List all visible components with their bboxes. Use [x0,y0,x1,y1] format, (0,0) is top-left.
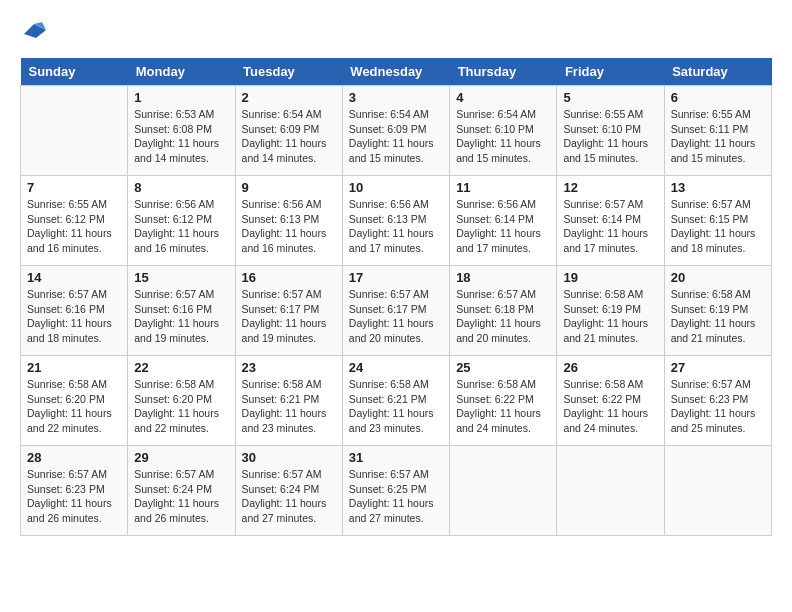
day-number: 25 [456,360,550,375]
weekday-header-friday: Friday [557,58,664,86]
day-info: Sunrise: 6:57 AM Sunset: 6:14 PM Dayligh… [563,197,657,256]
weekday-header-sunday: Sunday [21,58,128,86]
day-info: Sunrise: 6:57 AM Sunset: 6:23 PM Dayligh… [27,467,121,526]
calendar-cell: 1Sunrise: 6:53 AM Sunset: 6:08 PM Daylig… [128,86,235,176]
day-number: 3 [349,90,443,105]
day-info: Sunrise: 6:57 AM Sunset: 6:24 PM Dayligh… [242,467,336,526]
calendar-cell [21,86,128,176]
calendar-cell: 18Sunrise: 6:57 AM Sunset: 6:18 PM Dayli… [450,266,557,356]
calendar-cell: 25Sunrise: 6:58 AM Sunset: 6:22 PM Dayli… [450,356,557,446]
day-number: 10 [349,180,443,195]
calendar-cell: 14Sunrise: 6:57 AM Sunset: 6:16 PM Dayli… [21,266,128,356]
calendar-cell: 28Sunrise: 6:57 AM Sunset: 6:23 PM Dayli… [21,446,128,536]
day-info: Sunrise: 6:58 AM Sunset: 6:21 PM Dayligh… [349,377,443,436]
calendar-week-2: 7Sunrise: 6:55 AM Sunset: 6:12 PM Daylig… [21,176,772,266]
day-number: 7 [27,180,121,195]
calendar-cell: 23Sunrise: 6:58 AM Sunset: 6:21 PM Dayli… [235,356,342,446]
calendar-cell: 20Sunrise: 6:58 AM Sunset: 6:19 PM Dayli… [664,266,771,356]
day-number: 14 [27,270,121,285]
day-number: 6 [671,90,765,105]
day-info: Sunrise: 6:58 AM Sunset: 6:20 PM Dayligh… [27,377,121,436]
day-number: 22 [134,360,228,375]
calendar-cell: 11Sunrise: 6:56 AM Sunset: 6:14 PM Dayli… [450,176,557,266]
day-info: Sunrise: 6:56 AM Sunset: 6:13 PM Dayligh… [349,197,443,256]
calendar-cell: 3Sunrise: 6:54 AM Sunset: 6:09 PM Daylig… [342,86,449,176]
day-info: Sunrise: 6:58 AM Sunset: 6:22 PM Dayligh… [456,377,550,436]
calendar-cell: 24Sunrise: 6:58 AM Sunset: 6:21 PM Dayli… [342,356,449,446]
calendar-cell: 2Sunrise: 6:54 AM Sunset: 6:09 PM Daylig… [235,86,342,176]
calendar-cell: 13Sunrise: 6:57 AM Sunset: 6:15 PM Dayli… [664,176,771,266]
day-info: Sunrise: 6:57 AM Sunset: 6:25 PM Dayligh… [349,467,443,526]
day-info: Sunrise: 6:57 AM Sunset: 6:17 PM Dayligh… [242,287,336,346]
day-info: Sunrise: 6:58 AM Sunset: 6:19 PM Dayligh… [671,287,765,346]
calendar-cell: 7Sunrise: 6:55 AM Sunset: 6:12 PM Daylig… [21,176,128,266]
day-number: 1 [134,90,228,105]
weekday-header-monday: Monday [128,58,235,86]
day-info: Sunrise: 6:58 AM Sunset: 6:21 PM Dayligh… [242,377,336,436]
day-info: Sunrise: 6:55 AM Sunset: 6:12 PM Dayligh… [27,197,121,256]
day-number: 20 [671,270,765,285]
day-info: Sunrise: 6:57 AM Sunset: 6:18 PM Dayligh… [456,287,550,346]
calendar-cell [557,446,664,536]
day-number: 11 [456,180,550,195]
calendar-cell: 31Sunrise: 6:57 AM Sunset: 6:25 PM Dayli… [342,446,449,536]
calendar-cell: 17Sunrise: 6:57 AM Sunset: 6:17 PM Dayli… [342,266,449,356]
day-number: 24 [349,360,443,375]
day-info: Sunrise: 6:57 AM Sunset: 6:17 PM Dayligh… [349,287,443,346]
day-number: 17 [349,270,443,285]
page-header [20,20,772,48]
logo [20,20,46,48]
calendar-cell: 26Sunrise: 6:58 AM Sunset: 6:22 PM Dayli… [557,356,664,446]
calendar-cell: 12Sunrise: 6:57 AM Sunset: 6:14 PM Dayli… [557,176,664,266]
day-info: Sunrise: 6:54 AM Sunset: 6:09 PM Dayligh… [349,107,443,166]
calendar-cell: 5Sunrise: 6:55 AM Sunset: 6:10 PM Daylig… [557,86,664,176]
calendar-cell: 22Sunrise: 6:58 AM Sunset: 6:20 PM Dayli… [128,356,235,446]
day-info: Sunrise: 6:54 AM Sunset: 6:09 PM Dayligh… [242,107,336,166]
day-number: 21 [27,360,121,375]
day-info: Sunrise: 6:53 AM Sunset: 6:08 PM Dayligh… [134,107,228,166]
calendar-cell: 9Sunrise: 6:56 AM Sunset: 6:13 PM Daylig… [235,176,342,266]
calendar-week-1: 1Sunrise: 6:53 AM Sunset: 6:08 PM Daylig… [21,86,772,176]
day-info: Sunrise: 6:57 AM Sunset: 6:16 PM Dayligh… [134,287,228,346]
weekday-header-wednesday: Wednesday [342,58,449,86]
calendar-cell: 8Sunrise: 6:56 AM Sunset: 6:12 PM Daylig… [128,176,235,266]
day-number: 4 [456,90,550,105]
calendar-cell: 15Sunrise: 6:57 AM Sunset: 6:16 PM Dayli… [128,266,235,356]
day-info: Sunrise: 6:55 AM Sunset: 6:11 PM Dayligh… [671,107,765,166]
calendar-table: SundayMondayTuesdayWednesdayThursdayFrid… [20,58,772,536]
weekday-header-thursday: Thursday [450,58,557,86]
calendar-cell: 16Sunrise: 6:57 AM Sunset: 6:17 PM Dayli… [235,266,342,356]
calendar-cell: 10Sunrise: 6:56 AM Sunset: 6:13 PM Dayli… [342,176,449,266]
logo-bird-icon [24,20,46,48]
calendar-week-3: 14Sunrise: 6:57 AM Sunset: 6:16 PM Dayli… [21,266,772,356]
day-number: 12 [563,180,657,195]
day-info: Sunrise: 6:56 AM Sunset: 6:13 PM Dayligh… [242,197,336,256]
calendar-cell: 29Sunrise: 6:57 AM Sunset: 6:24 PM Dayli… [128,446,235,536]
day-info: Sunrise: 6:57 AM Sunset: 6:24 PM Dayligh… [134,467,228,526]
day-number: 5 [563,90,657,105]
day-number: 15 [134,270,228,285]
day-number: 2 [242,90,336,105]
day-info: Sunrise: 6:57 AM Sunset: 6:15 PM Dayligh… [671,197,765,256]
day-number: 18 [456,270,550,285]
day-info: Sunrise: 6:56 AM Sunset: 6:14 PM Dayligh… [456,197,550,256]
calendar-cell [450,446,557,536]
day-info: Sunrise: 6:58 AM Sunset: 6:22 PM Dayligh… [563,377,657,436]
day-number: 8 [134,180,228,195]
weekday-header-tuesday: Tuesday [235,58,342,86]
day-info: Sunrise: 6:58 AM Sunset: 6:19 PM Dayligh… [563,287,657,346]
day-number: 16 [242,270,336,285]
day-number: 13 [671,180,765,195]
day-info: Sunrise: 6:58 AM Sunset: 6:20 PM Dayligh… [134,377,228,436]
day-number: 26 [563,360,657,375]
calendar-header: SundayMondayTuesdayWednesdayThursdayFrid… [21,58,772,86]
calendar-cell: 27Sunrise: 6:57 AM Sunset: 6:23 PM Dayli… [664,356,771,446]
day-number: 27 [671,360,765,375]
day-number: 9 [242,180,336,195]
day-info: Sunrise: 6:56 AM Sunset: 6:12 PM Dayligh… [134,197,228,256]
day-number: 29 [134,450,228,465]
day-number: 30 [242,450,336,465]
weekday-header-saturday: Saturday [664,58,771,86]
calendar-cell: 19Sunrise: 6:58 AM Sunset: 6:19 PM Dayli… [557,266,664,356]
day-info: Sunrise: 6:55 AM Sunset: 6:10 PM Dayligh… [563,107,657,166]
